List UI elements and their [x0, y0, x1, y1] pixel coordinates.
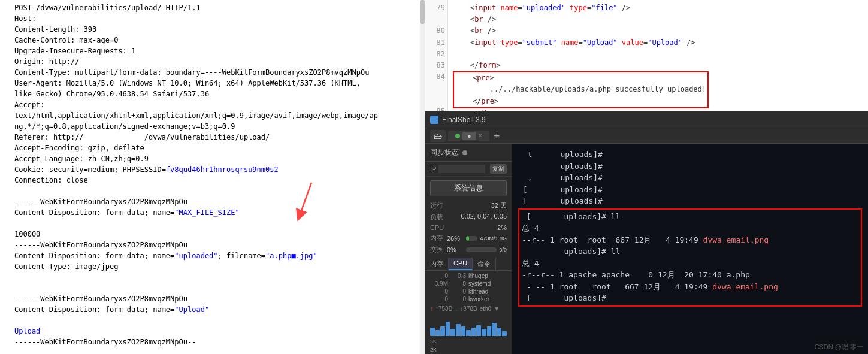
chart-bar [492, 323, 497, 336]
term-line-2: uploads]# [518, 161, 862, 173]
network-iface: eth0 [480, 305, 491, 312]
term-line-1: t uploads]# [518, 149, 862, 161]
chart-bar [435, 330, 440, 336]
chart-bar [502, 331, 507, 336]
swap-bar [466, 247, 497, 252]
tab-label: ● [462, 132, 476, 140]
term-line-11: -r--r-- 1 apache apache 0 12月 20 17:40 a… [522, 269, 858, 281]
download-arrow: ↓ [455, 305, 458, 312]
finalshell-title: FinalShell 3.9 [442, 116, 486, 124]
sync-status-row: 同步状态 [425, 144, 512, 162]
upload-speed: ↑758B [435, 305, 452, 312]
swap-percent: 0% [447, 246, 464, 253]
chart-bar [456, 324, 461, 336]
terminal-highlight-box-1: [ uploads]# ll 总 4 --r-- 1 root root 667… [518, 208, 862, 307]
chart-bar [440, 326, 445, 336]
chart-bar [497, 328, 502, 336]
mem-percent: 26% [447, 235, 464, 242]
editor-line-numbers: 79 80 81 82 83 84 85 86 87 [425, 0, 448, 111]
terminal-tab-active[interactable]: ● × [448, 131, 489, 141]
chart-scale: 5K [425, 337, 512, 346]
sync-dot [462, 150, 467, 155]
upload-arrow: ↑ [430, 305, 433, 312]
svg-line-1 [300, 183, 311, 216]
process-row-1: 0 0.3 khugep [425, 272, 512, 280]
ip-value [438, 165, 485, 173]
chart-bar [476, 325, 481, 336]
chart-bar [430, 328, 435, 336]
term-line-12: - -- 1 root root 667 12月 4 19:49 dvwa_em… [522, 281, 858, 293]
uptime-row: 运行 32 天 [425, 200, 512, 211]
chart-bar [487, 326, 492, 336]
term-line-5: [ uploads]# [518, 195, 862, 207]
terminal-area[interactable]: t uploads]# uploads]# , uploads]# [ uplo… [512, 144, 868, 354]
scrollbar-thumb[interactable] [420, 0, 425, 24]
editor-code-content: <input name="uploaded" type="file" /> <b… [448, 0, 868, 111]
download-speed: ↓378B [460, 305, 477, 312]
load-value: 0.02, 0.04, 0.05 [461, 213, 507, 222]
finalshell-titlebar: FinalShell 3.9 [425, 111, 868, 128]
tab-close-icon[interactable]: × [479, 132, 482, 139]
finalshell-window: FinalShell 3.9 🗁 ● × + 同步状态 IP [425, 111, 868, 354]
uptime-value: 32 天 [491, 201, 507, 210]
tab-memory[interactable]: 内存 [425, 258, 449, 270]
finalshell-sidebar: 同步状态 IP 复制 系统信息 运行 32 天 负载 0.02, 0.04, 0… [425, 144, 512, 354]
chart-bar [450, 329, 455, 336]
cpu-row: CPU 2% [425, 223, 512, 232]
cpu-value: 2% [497, 224, 507, 231]
load-row: 负载 0.02, 0.04, 0.05 [425, 211, 512, 223]
term-line-8: --r-- 1 root root 667 12月 4 19:49 dvwa_e… [522, 234, 858, 246]
process-table: 0 0.3 khugep 3.9M 0 systemd 0 0 kthread [425, 271, 512, 304]
resource-tabs: 内存 CPU 命令 [425, 258, 512, 271]
chart-bar [482, 329, 486, 336]
mem-detail: 473M/1.8G [480, 235, 507, 241]
process-row-2: 3.9M 0 systemd [425, 280, 512, 288]
tab-commands[interactable]: 命令 [473, 258, 496, 270]
sysinfo-button[interactable]: 系统信息 [430, 180, 507, 196]
ip-label: IP [430, 165, 436, 173]
http-line-1: POST /dvwa/vulnerabilities/upload/ HTTP/… [14, 4, 378, 346]
tab-cpu[interactable]: CPU [449, 258, 473, 270]
term-line-4: [ uploads]# [518, 184, 862, 196]
arrow-indicator [294, 177, 329, 227]
swap-detail: 0/0 [499, 247, 507, 253]
cpu-label: CPU [430, 224, 444, 231]
term-line-10: 总 4 [522, 258, 858, 270]
chart-bar [471, 328, 476, 336]
process-row-4: 0 0 kworker [425, 295, 512, 303]
chart-bar [461, 326, 466, 336]
swap-label: 交换 [430, 245, 444, 254]
uptime-label: 运行 [430, 201, 443, 210]
process-row-3: 0 0 kthread [425, 288, 512, 295]
load-label: 负载 [430, 213, 443, 222]
mem-bar-row: 内存 26% 473M/1.8G [425, 232, 512, 244]
tab-status-dot [455, 134, 460, 138]
term-line-6: [ uploads]# ll [522, 211, 858, 223]
terminal-tab-bar: 🗁 ● × + [425, 128, 868, 144]
mem-bar-fill [466, 236, 469, 241]
right-panel: 79 80 81 82 83 84 85 86 87 <input name="… [425, 0, 868, 354]
network-chevron: ▼ [494, 305, 500, 312]
copy-button[interactable]: 复制 [490, 164, 507, 174]
folder-button[interactable]: 🗁 [430, 130, 446, 142]
http-request-panel: POST /dvwa/vulnerabilities/upload/ HTTP/… [0, 0, 425, 354]
term-line-9: uploads]# ll [522, 246, 858, 258]
ip-row: IP 复制 [425, 162, 512, 177]
mem-label: 内存 [430, 234, 444, 243]
network-chart [425, 313, 512, 337]
swap-bar-row: 交换 0% 0/0 [425, 244, 512, 255]
sync-label: 同步状态 [430, 147, 459, 158]
chart-bar [446, 322, 450, 336]
finalshell-body: 同步状态 IP 复制 系统信息 运行 32 天 负载 0.02, 0.04, 0… [425, 144, 868, 354]
term-line-13: [ uploads]# [522, 292, 858, 304]
network-stats-row: ↑ ↑758B ↓ ↓378B eth0 ▼ [425, 304, 512, 313]
watermark: CSDN @嗯 零一 [815, 342, 863, 352]
http-request-content: POST /dvwa/vulnerabilities/upload/ HTTP/… [11, 0, 425, 354]
vertical-scrollbar[interactable] [420, 0, 425, 354]
term-line-7: 总 4 [522, 222, 858, 234]
finalshell-icon [430, 116, 438, 124]
add-tab-button[interactable]: + [492, 130, 503, 141]
mem-bar [466, 236, 477, 241]
code-editor: 79 80 81 82 83 84 85 86 87 <input name="… [425, 0, 868, 111]
term-line-3: , uploads]# [518, 172, 862, 184]
